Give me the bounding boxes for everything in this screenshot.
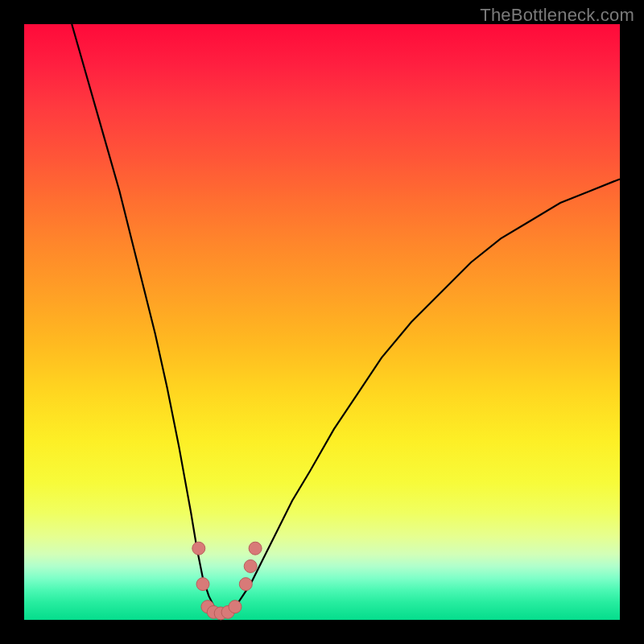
bottleneck-markers [192,542,262,620]
watermark-text: TheBottleneck.com [480,5,634,26]
chart-overlay [24,24,620,620]
bottleneck-curve [72,24,620,614]
curve-marker [244,559,257,572]
curve-marker [192,542,205,555]
chart-frame: TheBottleneck.com [0,0,644,644]
curve-marker [196,578,209,591]
curve-marker [239,578,252,591]
curve-marker [249,542,262,555]
curve-marker [229,601,242,613]
